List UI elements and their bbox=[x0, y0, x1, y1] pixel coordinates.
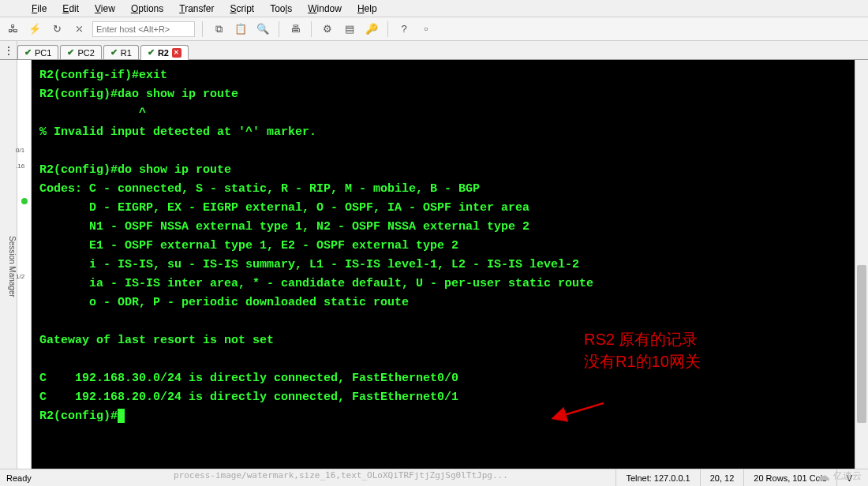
faded-watermark-text: process-image/watermark,size_16,text_OLo… bbox=[174, 470, 829, 483]
menu-edit[interactable]: Edit bbox=[54, 2, 87, 16]
port-label: 1/2 bbox=[16, 273, 24, 280]
help-icon[interactable]: ? bbox=[395, 21, 413, 38]
tab-label: R2 bbox=[158, 48, 169, 58]
tab-r1[interactable]: ✔R1 bbox=[103, 45, 139, 59]
session-options-icon[interactable]: ▤ bbox=[341, 21, 358, 38]
port-label: 0/1 bbox=[16, 147, 24, 154]
logo: ☁亿速云 bbox=[816, 467, 862, 484]
copy-icon[interactable]: ⧉ bbox=[210, 21, 227, 38]
check-icon: ✔ bbox=[148, 47, 155, 58]
tabs-menu-icon[interactable]: ⋮ bbox=[0, 41, 17, 59]
link-dot-icon bbox=[21, 198, 28, 204]
paste-icon[interactable]: 📋 bbox=[232, 21, 249, 38]
tab-r2[interactable]: ✔R2✕ bbox=[140, 45, 189, 60]
menu-help[interactable]: Help bbox=[350, 2, 385, 16]
key-icon[interactable]: 🔑 bbox=[363, 21, 380, 38]
toolbar: 🖧 ⚡ ↻ ⤫ ⧉ 📋 🔍 🖶 ⚙ ▤ 🔑 ? ▫ bbox=[0, 17, 868, 41]
disconnect-icon[interactable]: ⤫ bbox=[70, 21, 88, 38]
host-input[interactable] bbox=[92, 21, 195, 37]
menu-window[interactable]: Window bbox=[300, 2, 350, 16]
terminal[interactable]: R2(config-if)#exit R2(config)#dao show i… bbox=[32, 60, 855, 469]
annotation-text: RS2 原有的记录 没有R1的10网关 bbox=[584, 328, 701, 372]
menu-tools[interactable]: Tools bbox=[262, 2, 300, 16]
status-ready: Ready bbox=[6, 473, 32, 483]
cloud-icon: ☁ bbox=[816, 467, 830, 484]
menu-view[interactable]: View bbox=[87, 2, 123, 16]
workspace: Session Manager 0/1 .16 1/2 R2(config-if… bbox=[0, 60, 868, 469]
menu-transfer[interactable]: Transfer bbox=[171, 2, 222, 16]
device-strip: 0/1 .16 1/2 bbox=[17, 60, 32, 469]
tab-label: PC1 bbox=[35, 48, 51, 58]
menu-script[interactable]: Script bbox=[223, 2, 263, 16]
check-icon: ✔ bbox=[110, 47, 118, 58]
tab-label: PC2 bbox=[77, 48, 94, 58]
svg-line-1 bbox=[564, 403, 604, 415]
check-icon: ✔ bbox=[24, 47, 32, 58]
session-manager-sidebar[interactable]: Session Manager bbox=[0, 60, 17, 469]
scrollbar[interactable] bbox=[855, 60, 868, 469]
check-icon: ✔ bbox=[67, 47, 74, 58]
close-icon[interactable]: ✕ bbox=[172, 48, 181, 58]
menu-options[interactable]: Options bbox=[123, 2, 171, 16]
find-icon[interactable]: 🔍 bbox=[254, 21, 271, 38]
quick-connect-icon[interactable]: ⚡ bbox=[26, 21, 43, 38]
tabs-bar: ⋮ ✔PC1 ✔PC2 ✔R1 ✔R2✕ bbox=[0, 41, 868, 60]
tab-label: R1 bbox=[121, 48, 132, 58]
menu-bar: File Edit View Options Transfer Script T… bbox=[0, 0, 868, 17]
print-icon[interactable]: 🖶 bbox=[286, 21, 304, 38]
connect-icon[interactable]: 🖧 bbox=[4, 21, 21, 38]
settings-icon[interactable]: ⚙ bbox=[319, 21, 336, 38]
scrollbar-thumb[interactable] bbox=[857, 265, 866, 423]
menu-file[interactable]: File bbox=[24, 2, 54, 16]
tab-pc2[interactable]: ✔PC2 bbox=[60, 45, 101, 59]
tab-pc1[interactable]: ✔PC1 bbox=[17, 45, 58, 59]
about-icon[interactable]: ▫ bbox=[417, 21, 435, 38]
annotation-arrow-icon bbox=[560, 399, 608, 425]
reconnect-icon[interactable]: ↻ bbox=[48, 21, 65, 38]
port-label: .16 bbox=[16, 163, 24, 170]
